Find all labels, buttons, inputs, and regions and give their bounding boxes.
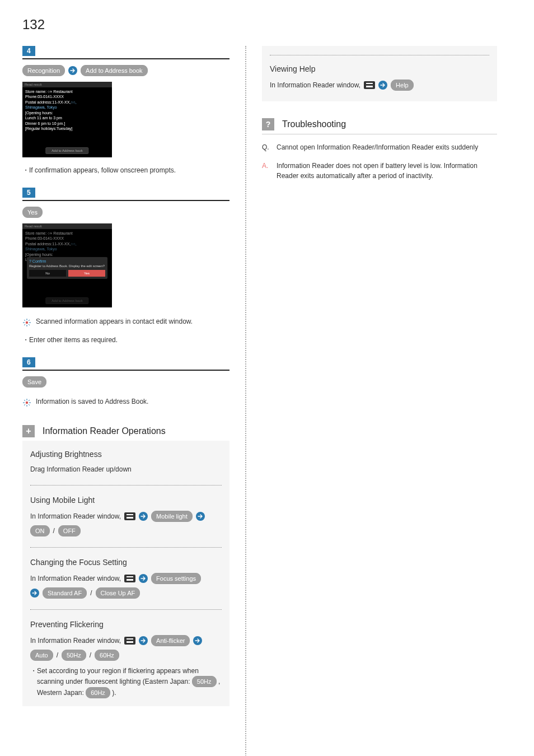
flow-prefix: In Information Reader window,: [30, 510, 121, 522]
viewing-help-box: Viewing Help In Information Reader windo…: [262, 46, 497, 101]
column-divider: [245, 46, 246, 756]
svg-point-0: [26, 321, 28, 324]
slash: /: [90, 649, 91, 661]
step-rule: [22, 58, 229, 59]
step-rule: [22, 370, 229, 371]
bullet-text-a: Set according to your region if flickeri…: [37, 667, 199, 685]
step4-screenshot: Read result Store name: ○× Restaurant Ph…: [22, 82, 112, 157]
50hz-inline: 50Hz: [192, 676, 217, 687]
operations-title: Information Reader Operations: [43, 426, 166, 436]
arrow-icon: [139, 574, 148, 583]
shot-line: Shinagawa, Tokyo: [25, 105, 57, 109]
focus-flow: In Information Reader window, Focus sett…: [30, 572, 222, 585]
yes-button[interactable]: Yes: [22, 207, 43, 218]
shot-line: Store name: ○× Restaurant: [25, 90, 73, 94]
q-text: Cannot open Information Reader/Informati…: [277, 142, 478, 153]
shot-add-button: Add to Address book: [45, 297, 88, 304]
step-rule: [22, 200, 229, 201]
recognition-button[interactable]: Recognition: [22, 65, 65, 76]
adjust-head: Adjusting Brightness: [30, 450, 222, 459]
menu-icon: [124, 637, 135, 645]
shot-line: Shinagawa, Tokyo: [25, 247, 57, 251]
operations-header: + Information Reader Operations: [22, 425, 229, 437]
step5-screenshot: Read result Store name: ○× Restaurant Ph…: [22, 223, 112, 307]
arrow-icon: [378, 81, 387, 90]
right-column: Viewing Help In Information Reader windo…: [262, 46, 497, 756]
standard-af-button[interactable]: Standard AF: [43, 587, 87, 599]
auto-button[interactable]: Auto: [30, 650, 53, 661]
save-button[interactable]: Save: [22, 376, 46, 388]
arrow-icon: [30, 589, 39, 598]
add-to-address-book-button[interactable]: Add to Address book: [81, 65, 148, 76]
arrow-icon: [139, 636, 148, 645]
bullet-text-c: ).: [112, 689, 116, 697]
separator: [30, 609, 222, 610]
focus-settings-button[interactable]: Focus settings: [151, 573, 201, 584]
flicker-bullet: Set according to your region if flickeri…: [30, 666, 222, 698]
shot-body: Store name: ○× Restaurant Phone:03-0141-…: [22, 87, 112, 133]
separator: [30, 547, 222, 548]
step5-note: Scanned information appears in contact e…: [36, 318, 193, 325]
troubleshooting-title: Troubleshooting: [282, 119, 346, 129]
slash: /: [90, 587, 92, 599]
mobile-light-button[interactable]: Mobile light: [151, 511, 193, 522]
arrow-icon: [196, 512, 205, 521]
arrow-icon: [68, 66, 77, 75]
qa-answer: A. Information Reader does not open if b…: [262, 161, 497, 181]
shot-line: [Opening hours:: [25, 253, 53, 256]
arrow-icon: [193, 636, 202, 645]
shot-add-button: Add to Address book: [45, 147, 88, 154]
menu-icon: [364, 81, 375, 89]
shot-header: Read result: [22, 223, 112, 229]
a-text: Information Reader does not open if batt…: [277, 161, 497, 181]
step5-bullet: Enter other items as required.: [22, 335, 229, 345]
shot-line-hl: ○○,: [71, 242, 76, 246]
step6-note: Information is saved to Address Book.: [36, 398, 148, 405]
mobile-light-head: Using Mobile Light: [30, 496, 222, 505]
shot-header: Read result: [22, 82, 112, 87]
60hz-button[interactable]: 60Hz: [95, 650, 119, 661]
dialog-no-button: No: [29, 270, 66, 277]
on-button[interactable]: ON: [30, 525, 50, 536]
q-label: Q.: [262, 142, 271, 153]
step-4: 4 Recognition Add to Address book Read r…: [22, 46, 229, 175]
60hz-inline: 60Hz: [86, 687, 110, 698]
troubleshooting-header: ? Troubleshooting: [262, 118, 497, 130]
shot-line-hl: ○○,: [71, 100, 76, 104]
off-button[interactable]: OFF: [58, 525, 81, 536]
page-number: 132: [22, 17, 512, 32]
slash: /: [53, 525, 55, 537]
viewing-help-flow: In Information Reader window, Help: [270, 79, 489, 91]
dialog-yes-button: Yes: [68, 270, 105, 277]
step4-bullet: If confirmation appears, follow onscreen…: [22, 165, 229, 175]
shot-line: Store name: ○× Restaurant: [25, 231, 73, 235]
shot-line: Postal address:11-XX-XX,: [25, 242, 71, 246]
shot-line: Phone:03-0141-XXXX: [25, 236, 64, 240]
arrow-icon: [139, 512, 148, 521]
flow-prefix: In Information Reader window,: [30, 572, 121, 585]
help-button[interactable]: Help: [391, 80, 414, 91]
flow-prefix: In Information Reader window,: [270, 79, 360, 91]
left-column: 4 Recognition Add to Address book Read r…: [22, 46, 229, 756]
step-badge-4: 4: [22, 46, 35, 56]
close-up-af-button[interactable]: Close Up AF: [96, 587, 140, 599]
flow-prefix: In Information Reader window,: [30, 634, 121, 647]
viewing-help-head: Viewing Help: [270, 64, 489, 73]
plus-icon: +: [22, 425, 35, 437]
qa-question: Q. Cannot open Information Reader/Inform…: [262, 142, 497, 153]
slash: /: [57, 649, 58, 661]
separator: [30, 485, 222, 486]
svg-point-1: [26, 402, 28, 404]
shot-line: [Opening hours:: [25, 111, 53, 115]
anti-flicker-button[interactable]: Anti-flicker: [151, 635, 190, 646]
step-5: 5 Yes Read result Store name: ○× Restaur…: [22, 188, 229, 345]
shot-line: [Regular holidays:Tuesday]: [25, 127, 73, 130]
shot-line: Postal address:11-XX-XX,: [25, 100, 71, 104]
menu-icon: [124, 575, 135, 582]
note-icon: [22, 318, 31, 327]
mobile-light-flow: In Information Reader window, Mobile lig…: [30, 510, 222, 522]
menu-icon: [124, 512, 135, 520]
a-label: A.: [262, 161, 271, 181]
content-columns: 4 Recognition Add to Address book Read r…: [22, 46, 512, 756]
50hz-button[interactable]: 50Hz: [62, 650, 86, 661]
